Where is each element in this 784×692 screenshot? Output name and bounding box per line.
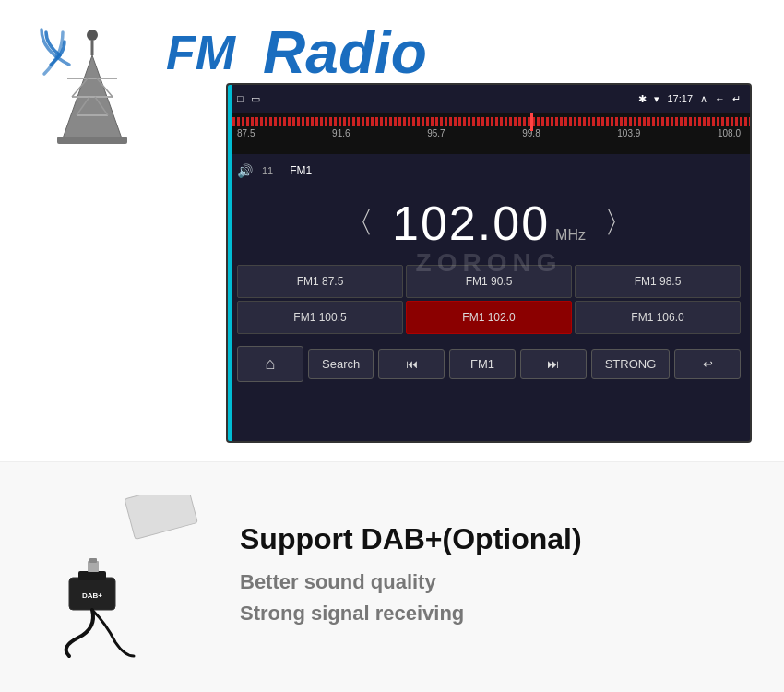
fm-radio-title: FM Radio — [166, 18, 756, 87]
bluetooth-icon: ✱ — [638, 93, 647, 105]
status-right: ✱ ▾ 17:17 ∧ ← ↵ — [638, 93, 741, 105]
radio-label: Radio — [263, 18, 427, 87]
signal-icon: ▾ — [654, 93, 659, 105]
status-left: □ ▭ — [237, 93, 260, 105]
frequency-unit: MHz — [555, 227, 586, 244]
tower-icon — [37, 28, 148, 148]
freq-down-arrow[interactable]: 〈 — [344, 203, 374, 244]
home-button[interactable]: ⌂ — [237, 346, 303, 382]
svg-rect-10 — [57, 137, 127, 144]
time-display: 17:17 — [667, 93, 693, 104]
next-button[interactable]: ⏭ — [520, 349, 587, 379]
presets-grid: FM1 87.5 FM1 90.5 FM1 98.5 FM1 100.5 FM1… — [228, 260, 750, 339]
volume-icon: 🔊 — [237, 163, 253, 178]
prev-button[interactable]: ⏮ — [378, 349, 445, 379]
svg-rect-15 — [89, 558, 97, 563]
preset-btn-4[interactable]: FM1 100.5 — [237, 301, 403, 334]
preset-btn-1[interactable]: FM1 87.5 — [237, 265, 403, 298]
return-icon: ↵ — [732, 93, 741, 105]
strong-button[interactable]: STRONG — [591, 349, 671, 379]
dab-feature-1: Better sound quality — [240, 570, 756, 594]
frequency-value: 102.00 — [392, 196, 550, 251]
freq-label-1080: 108.0 — [718, 128, 741, 138]
frequency-value-container: 102.00 MHz — [392, 196, 586, 251]
dab-title: Support DAB+(Optional) — [240, 522, 756, 556]
svg-text:DAB+: DAB+ — [82, 591, 102, 600]
dab-device-container: DAB+ — [28, 495, 212, 661]
home-status-icon: □ — [237, 93, 244, 104]
freq-label-875: 87.5 — [237, 128, 255, 138]
top-section: FM Radio □ ▭ ✱ ▾ 17:17 ∧ ← ↵ 87.5 — [0, 0, 784, 461]
preset-btn-2[interactable]: FM1 90.5 — [406, 265, 572, 298]
dab-device-icon: DAB+ — [42, 495, 198, 661]
radio-screen: □ ▭ ✱ ▾ 17:17 ∧ ← ↵ 87.5 91.6 95.7 99.8 … — [226, 83, 752, 443]
back-button[interactable]: ↩ — [674, 349, 741, 379]
svg-rect-11 — [125, 495, 197, 539]
bottom-controls: ⌂ Search ⏮ FM1 ⏭ STRONG ↩ — [228, 339, 750, 389]
frequency-bar: 87.5 91.6 95.7 99.8 103.9 108.0 — [228, 113, 750, 154]
frequency-display: 〈 102.00 MHz 〉 — [228, 186, 750, 260]
fm1-button[interactable]: FM1 — [449, 349, 516, 379]
freq-bar-red — [228, 117, 750, 126]
freq-label-916: 91.6 — [332, 128, 350, 138]
menu-status-icon: ▭ — [251, 93, 260, 105]
freq-label-957: 95.7 — [427, 128, 445, 138]
dab-feature-2: Strong signal receiving — [240, 602, 756, 626]
freq-marker — [530, 113, 533, 131]
search-button[interactable]: Search — [308, 349, 374, 379]
freq-label-1039: 103.9 — [617, 128, 640, 138]
svg-rect-13 — [78, 571, 106, 580]
tower-icon-container — [18, 18, 166, 148]
svg-point-0 — [87, 30, 98, 41]
radio-info-bar: 🔊 11 FM1 — [228, 154, 750, 186]
bottom-section: DAB+ Support DAB+(Optional) Better sound… — [0, 461, 784, 692]
back-nav-icon: ← — [715, 93, 725, 104]
fm1-band-label: FM1 — [290, 164, 312, 177]
preset-btn-3[interactable]: FM1 98.5 — [575, 265, 741, 298]
preset-btn-5-active[interactable]: FM1 102.0 — [406, 301, 572, 334]
cyan-accent-bar — [228, 85, 232, 441]
freq-up-arrow[interactable]: 〉 — [604, 203, 634, 244]
fm-label: FM — [166, 25, 235, 80]
dab-text-container: Support DAB+(Optional) Better sound qual… — [212, 522, 756, 633]
expand-icon: ∧ — [700, 93, 707, 105]
volume-level: 11 — [262, 165, 273, 176]
freq-labels: 87.5 91.6 95.7 99.8 103.9 108.0 — [228, 126, 750, 140]
preset-btn-6[interactable]: FM1 106.0 — [575, 301, 741, 334]
status-bar: □ ▭ ✱ ▾ 17:17 ∧ ← ↵ — [228, 85, 750, 113]
